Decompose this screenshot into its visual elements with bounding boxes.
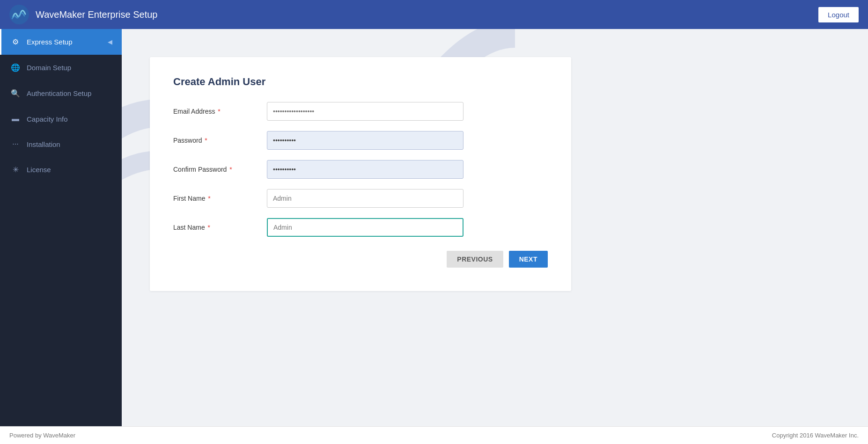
email-row: Email Address * xyxy=(173,102,548,121)
password-label: Password * xyxy=(173,137,267,144)
next-button[interactable]: NEXT xyxy=(509,251,548,268)
last-name-input[interactable] xyxy=(267,218,463,237)
sidebar-item-license[interactable]: ✳ License xyxy=(0,157,122,182)
header-left: WaveMaker Enterprise Setup xyxy=(9,5,157,24)
settings-icon: ⚙ xyxy=(11,37,20,46)
sidebar-label-express-setup: Express Setup xyxy=(27,38,73,46)
dots-icon: ··· xyxy=(11,140,20,148)
app-footer: Powered by WaveMaker Copyright 2016 Wave… xyxy=(0,426,868,444)
footer-right: Copyright 2016 WaveMaker Inc. xyxy=(772,432,859,439)
last-name-row: Last Name * xyxy=(173,218,548,237)
wavemaker-logo xyxy=(9,5,29,24)
first-name-required-mark: * xyxy=(206,195,210,202)
sidebar-item-installation[interactable]: ··· Installation xyxy=(0,131,122,157)
footer-left: Powered by WaveMaker xyxy=(9,432,75,439)
password-row: Password * xyxy=(173,131,548,150)
form-title: Create Admin User xyxy=(173,76,548,88)
sidebar-label-license: License xyxy=(27,166,51,174)
last-name-label: Last Name * xyxy=(173,224,267,231)
app-title: WaveMaker Enterprise Setup xyxy=(36,9,157,20)
last-name-required-mark: * xyxy=(206,224,210,231)
sidebar-label-capacity-info: Capacity Info xyxy=(27,115,68,123)
svg-point-0 xyxy=(9,5,29,24)
first-name-label: First Name * xyxy=(173,195,267,202)
capacity-icon: ▬ xyxy=(11,115,20,123)
asterisk-icon: ✳ xyxy=(11,165,20,174)
email-required-mark: * xyxy=(216,108,220,115)
sidebar-label-installation: Installation xyxy=(27,140,60,148)
form-actions: PREVIOUS NEXT xyxy=(173,251,548,268)
sidebar-item-domain-setup[interactable]: 🌐 Domain Setup xyxy=(0,55,122,80)
password-input[interactable] xyxy=(267,131,463,150)
sidebar-item-capacity-info[interactable]: ▬ Capacity Info xyxy=(0,106,122,131)
globe-icon: 🌐 xyxy=(11,63,20,72)
sidebar-item-authentication-setup[interactable]: 🔍 Authentication Setup xyxy=(0,80,122,106)
confirm-password-input[interactable] xyxy=(267,160,463,179)
main-content: Create Admin User Email Address * Passwo… xyxy=(122,29,868,426)
confirm-password-required-mark: * xyxy=(228,166,232,173)
chevron-right-icon-express: ◀ xyxy=(108,38,112,45)
first-name-input[interactable] xyxy=(267,189,463,208)
email-input[interactable] xyxy=(267,102,463,121)
sidebar-item-express-setup[interactable]: ⚙ Express Setup ◀ xyxy=(0,29,122,55)
confirm-password-label: Confirm Password * xyxy=(173,166,267,173)
sidebar-label-domain-setup: Domain Setup xyxy=(27,64,71,72)
email-label: Email Address * xyxy=(173,108,267,115)
app-header: WaveMaker Enterprise Setup Logout xyxy=(0,0,868,29)
first-name-row: First Name * xyxy=(173,189,548,208)
sidebar: ⚙ Express Setup ◀ 🌐 Domain Setup 🔍 Authe… xyxy=(0,29,122,426)
search-icon: 🔍 xyxy=(11,89,20,98)
create-admin-form-card: Create Admin User Email Address * Passwo… xyxy=(150,57,571,291)
previous-button[interactable]: PREVIOUS xyxy=(447,251,503,268)
sidebar-label-authentication-setup: Authentication Setup xyxy=(27,89,91,97)
logout-button[interactable]: Logout xyxy=(818,7,859,22)
password-required-mark: * xyxy=(203,137,207,144)
confirm-password-row: Confirm Password * xyxy=(173,160,548,179)
